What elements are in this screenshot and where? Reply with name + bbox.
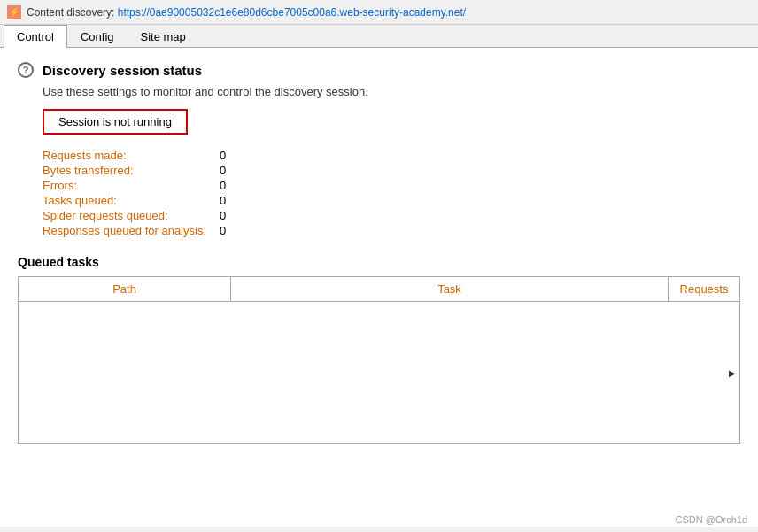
queued-tasks-table: Path Task Requests ▶: [18, 276, 740, 444]
stat-row: Spider requests queued: 0: [43, 209, 740, 222]
stat-row: Requests made: 0: [43, 149, 740, 162]
scroll-right-arrow[interactable]: ▶: [729, 368, 736, 378]
section-header: ? Discovery session status: [18, 62, 740, 78]
tab-config[interactable]: Config: [67, 25, 128, 48]
col-header-requests[interactable]: Requests: [669, 277, 739, 301]
stat-value-spider: 0: [220, 209, 226, 222]
queued-tasks-title: Queued tasks: [18, 255, 740, 269]
stat-value-responses: 0: [220, 224, 226, 237]
queued-section: Queued tasks Path Task Requests ▶: [18, 255, 740, 444]
app-icon: ⚡: [7, 5, 21, 19]
stat-label-requests-made: Requests made:: [43, 149, 220, 162]
stat-label-responses: Responses queued for analysis:: [43, 224, 220, 237]
stat-label-errors: Errors:: [43, 179, 220, 192]
stat-value-requests-made: 0: [220, 149, 226, 162]
tab-bar: Control Config Site map: [0, 25, 758, 48]
title-bar: ⚡ Content discovery: https://0ae90005032…: [0, 0, 758, 25]
title-bar-url: https://0ae90005032c1e6e80d6cbe7005c00a6…: [118, 6, 466, 19]
stats-table: Requests made: 0 Bytes transferred: 0 Er…: [43, 149, 740, 237]
help-icon[interactable]: ?: [18, 62, 34, 78]
stat-label-tasks: Tasks queued:: [43, 194, 220, 207]
watermark: CSDN @Orch1d: [676, 514, 747, 525]
stat-row: Tasks queued: 0: [43, 194, 740, 207]
tab-control[interactable]: Control: [4, 25, 67, 48]
stat-label-bytes: Bytes transferred:: [43, 164, 220, 177]
stat-value-errors: 0: [220, 179, 226, 192]
stat-label-spider: Spider requests queued:: [43, 209, 220, 222]
table-body: ▶: [19, 302, 739, 443]
col-header-path[interactable]: Path: [19, 277, 231, 301]
title-bar-text: Content discovery: https://0ae90005032c1…: [27, 6, 466, 19]
stat-row: Responses queued for analysis: 0: [43, 224, 740, 237]
main-content: ? Discovery session status Use these set…: [0, 48, 758, 527]
stat-row: Bytes transferred: 0: [43, 164, 740, 177]
table-header: Path Task Requests: [19, 277, 739, 302]
col-header-task[interactable]: Task: [231, 277, 669, 301]
section-desc: Use these settings to monitor and contro…: [43, 85, 740, 98]
tab-sitemap[interactable]: Site map: [128, 25, 199, 48]
stat-value-tasks: 0: [220, 194, 226, 207]
stat-value-bytes: 0: [220, 164, 226, 177]
session-status-button[interactable]: Session is not running: [43, 109, 188, 135]
stat-row: Errors: 0: [43, 179, 740, 192]
section-title: Discovery session status: [43, 63, 202, 78]
